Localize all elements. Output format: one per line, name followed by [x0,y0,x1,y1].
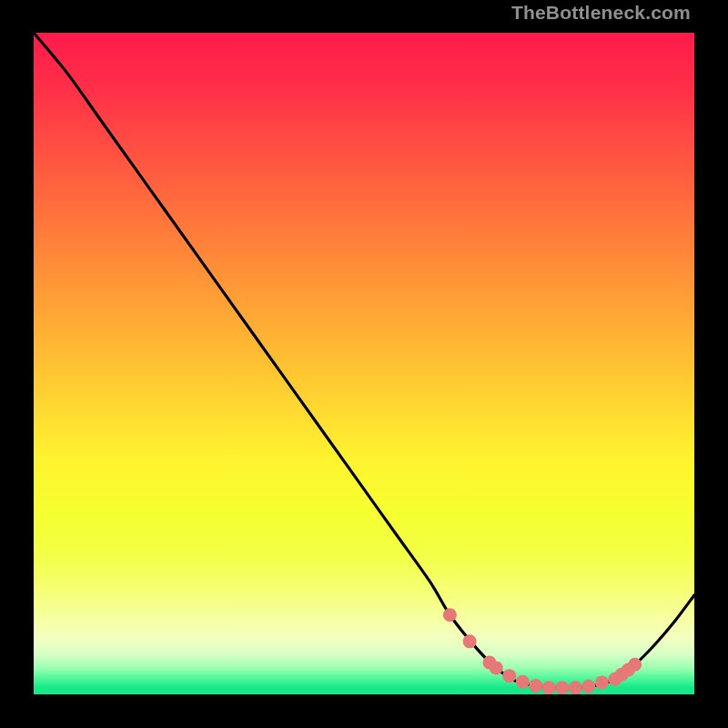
curve-marker [529,679,542,693]
curve-marker [443,608,457,622]
curve-marker [628,658,642,672]
curve-marker [463,634,477,648]
curve-marker [502,669,516,682]
curve-marker [595,675,609,689]
chart-stage: TheBottleneck.com [0,0,728,728]
chart-background [34,33,694,694]
curve-marker [569,681,582,694]
curve-marker [555,681,569,694]
curve-marker [516,675,530,689]
curve-marker [581,680,595,693]
bottleneck-chart [34,33,694,694]
curve-marker [490,661,503,674]
attribution-label: TheBottleneck.com [511,2,691,24]
curve-marker [542,681,556,694]
